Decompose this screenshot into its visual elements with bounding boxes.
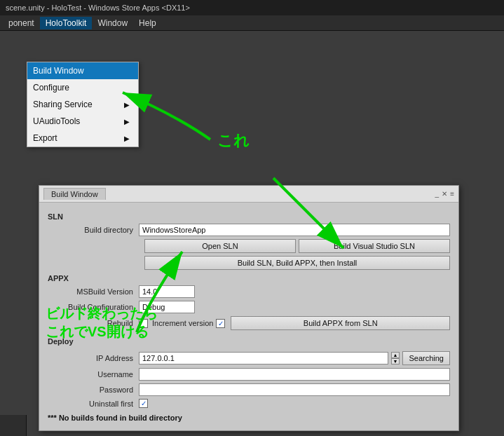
username-row: Username <box>48 368 450 381</box>
searching-button[interactable]: Searching <box>402 351 450 365</box>
increment-version-label: Increment version <box>152 319 213 327</box>
menu-icon[interactable]: ≡ <box>450 190 454 198</box>
dropdown-build-window[interactable]: Build Window <box>27 62 138 79</box>
uaudio-arrow: ▶ <box>124 118 130 125</box>
sln-buttons-row: Open SLN Build Visual Studio SLN <box>144 239 450 253</box>
build-directory-row: Build directory <box>48 224 450 236</box>
warning-text: *** No builds found in build directory <box>48 414 450 422</box>
password-input[interactable] <box>139 383 450 396</box>
appx-section-label: APPX <box>48 274 450 282</box>
menu-bar: ponent HoloToolkit Window Help <box>0 15 504 31</box>
increment-version-checkbox[interactable] <box>216 319 225 328</box>
sln-install-row: Build SLN, Build APPX, then Install <box>144 256 450 270</box>
build-directory-label: Build directory <box>48 226 139 234</box>
msbuild-input[interactable] <box>139 285 195 298</box>
uninstall-row: Uninstall first <box>48 399 450 408</box>
password-label: Password <box>48 386 139 394</box>
ip-address-row: IP Address ▲ ▼ Searching <box>48 351 450 365</box>
menu-window[interactable]: Window <box>92 17 133 29</box>
ip-increment-button[interactable]: ▲ <box>391 352 400 358</box>
sln-section-label: SLN <box>48 212 450 221</box>
build-directory-input[interactable] <box>139 224 450 236</box>
menu-help[interactable]: Help <box>133 17 162 29</box>
export-arrow: ▶ <box>124 135 130 142</box>
build-sln-appx-button[interactable]: Build SLN, Build APPX, then Install <box>144 256 450 270</box>
annotation-build-line2: これでVS開ける <box>46 322 158 341</box>
minimize-icon[interactable]: _ <box>435 190 440 198</box>
annotation-build: ビルド終わったら これでVS開ける <box>46 304 158 341</box>
build-window-tab[interactable]: Build Window <box>43 188 106 200</box>
dropdown-export[interactable]: Export ▶ <box>27 130 138 147</box>
close-icon[interactable]: ✕ <box>442 190 447 198</box>
dropdown-sharing-service[interactable]: Sharing Service ▶ <box>27 96 138 113</box>
build-window-controls: _ ✕ ≡ <box>435 190 454 198</box>
ip-decrement-button[interactable]: ▼ <box>391 358 400 365</box>
build-appx-button[interactable]: Build APPX from SLN <box>231 316 450 330</box>
menu-holotoolkit[interactable]: HoloToolkit <box>40 17 93 29</box>
title-text: scene.unity - HoloTest - Windows Store A… <box>6 4 190 12</box>
annotation-kore: これ <box>217 130 250 151</box>
uninstall-label: Uninstall first <box>48 400 139 408</box>
username-label: Username <box>48 370 139 379</box>
build-window-titlebar: Build Window _ ✕ ≡ <box>39 186 458 203</box>
ip-address-label: IP Address <box>48 354 139 362</box>
ip-spinner: ▲ ▼ <box>391 352 400 365</box>
msbuild-label: MSBuild Version <box>48 287 139 296</box>
ip-address-input[interactable] <box>139 352 388 365</box>
menu-component[interactable]: ponent <box>3 17 40 29</box>
main-area: Build Window Configure Sharing Service ▶… <box>0 31 504 415</box>
ip-input-wrapper: ▲ ▼ Searching <box>139 351 450 365</box>
annotation-build-line1: ビルド終わったら <box>46 304 158 322</box>
uninstall-checkbox[interactable] <box>139 399 148 408</box>
dropdown-configure[interactable]: Configure <box>27 79 138 96</box>
sharing-service-arrow: ▶ <box>124 101 130 109</box>
dropdown-menu: Build Window Configure Sharing Service ▶… <box>27 62 139 147</box>
build-vs-sln-button[interactable]: Build Visual Studio SLN <box>299 239 450 253</box>
username-input[interactable] <box>139 368 450 381</box>
open-sln-button[interactable]: Open SLN <box>144 239 296 253</box>
password-row: Password <box>48 383 450 396</box>
msbuild-row: MSBuild Version <box>48 285 450 298</box>
title-bar: scene.unity - HoloTest - Windows Store A… <box>0 0 504 15</box>
dropdown-uaudio-tools[interactable]: UAudioTools ▶ <box>27 113 138 130</box>
